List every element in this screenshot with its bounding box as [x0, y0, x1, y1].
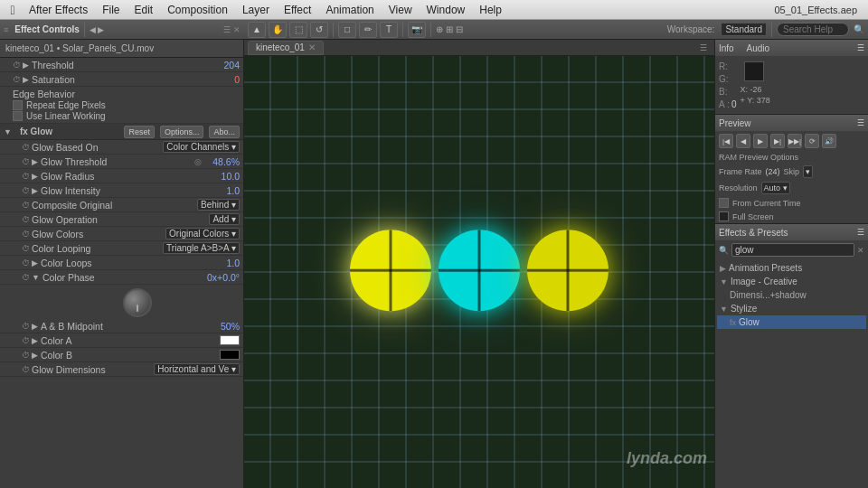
- glow-radius-value[interactable]: 10.0: [203, 171, 240, 182]
- menu-view[interactable]: View: [382, 2, 420, 18]
- text-tool[interactable]: T: [380, 22, 398, 38]
- color-looping-dropdown[interactable]: Triangle A>B>A ▾: [163, 242, 240, 254]
- glow-dimensions-dropdown[interactable]: Horizontal and Ve ▾: [154, 363, 240, 375]
- panel-menu-btn[interactable]: ☰: [223, 25, 231, 34]
- color-loops-value[interactable]: 1.0: [203, 258, 240, 268]
- threshold-value[interactable]: 204: [203, 60, 240, 70]
- glow-options-btn[interactable]: Options...: [160, 126, 204, 138]
- skip-first-frame-btn[interactable]: |◀: [719, 134, 733, 148]
- toolbar-nav-arrows[interactable]: ◀ ▶: [90, 25, 105, 34]
- preview-panel-menu[interactable]: ☰: [857, 118, 864, 127]
- glow-op-stopwatch[interactable]: ⏱: [22, 215, 30, 224]
- repeat-edge-checkbox[interactable]: [13, 100, 23, 110]
- threshold-triangle[interactable]: ▶: [23, 61, 29, 70]
- effects-stylize-folder[interactable]: ▼ Stylize: [717, 302, 866, 315]
- effects-dimension-shadow-item[interactable]: Dimensi...+shadow: [717, 288, 866, 302]
- search-help-input[interactable]: [777, 23, 849, 36]
- color-looping-stopwatch[interactable]: ⏱: [22, 244, 30, 253]
- comp-panel-menu[interactable]: ☰: [696, 43, 711, 52]
- composite-original-dropdown[interactable]: Behind ▾: [197, 199, 240, 211]
- effects-search-clear[interactable]: ✕: [857, 246, 864, 255]
- apple-menu[interactable]: : [4, 3, 22, 17]
- effects-glow-item[interactable]: fx Glow: [717, 315, 866, 329]
- menu-animation[interactable]: Animation: [318, 2, 381, 18]
- menu-file[interactable]: File: [95, 2, 127, 18]
- loop-btn[interactable]: ⟳: [805, 134, 819, 148]
- from-current-checkbox[interactable]: [719, 198, 729, 208]
- glow-threshold-value[interactable]: 48.6%: [203, 156, 240, 167]
- pen-tool[interactable]: ✏: [359, 22, 377, 38]
- color-loops-stopwatch[interactable]: ⏱: [22, 258, 30, 267]
- color-a-swatch[interactable]: [220, 335, 240, 345]
- glow-intensity-value[interactable]: 1.0: [203, 185, 240, 196]
- play-pause-btn[interactable]: ▶: [753, 134, 768, 148]
- effects-image-creative-folder[interactable]: ▼ Image - Creative: [717, 275, 866, 288]
- menu-layer[interactable]: Layer: [235, 2, 277, 18]
- audio-preview-btn[interactable]: 🔊: [822, 134, 836, 148]
- prev-frame-btn[interactable]: ◀: [736, 134, 750, 148]
- saturation-value[interactable]: 0: [203, 74, 240, 85]
- info-panel-menu[interactable]: ☰: [857, 43, 864, 52]
- effects-search-input[interactable]: [731, 243, 854, 257]
- menu-effect[interactable]: Effect: [277, 2, 318, 18]
- color-b-stopwatch[interactable]: ⏱: [22, 351, 30, 360]
- selection-tool[interactable]: ▲: [248, 22, 266, 38]
- color-phase-dial[interactable]: [123, 288, 152, 317]
- menu-after-effects[interactable]: After Effects: [22, 2, 95, 18]
- glow-radius-stopwatch[interactable]: ⏱: [22, 172, 30, 181]
- color-b-swatch[interactable]: [220, 350, 240, 360]
- glow-reset-btn[interactable]: Reset: [124, 126, 155, 138]
- glow-colors-dropdown[interactable]: Original Colors ▾: [165, 228, 240, 239]
- color-a-stopwatch[interactable]: ⏱: [22, 336, 30, 345]
- ram-preview-options[interactable]: RAM Preview Options: [715, 151, 868, 164]
- menu-help[interactable]: Help: [472, 2, 509, 18]
- info-tab-label[interactable]: Info: [719, 43, 734, 53]
- color-a-triangle[interactable]: ▶: [32, 336, 38, 345]
- color-phase-triangle[interactable]: ▼: [32, 273, 40, 282]
- rotate-tool[interactable]: ↺: [310, 22, 328, 38]
- glow-threshold-stopwatch[interactable]: ⏱: [22, 157, 30, 166]
- shape-tool[interactable]: □: [338, 22, 356, 38]
- glow-threshold-triangle[interactable]: ▶: [32, 157, 38, 166]
- color-phase-stopwatch[interactable]: ⏱: [22, 273, 30, 282]
- glow-intensity-triangle[interactable]: ▶: [32, 186, 38, 195]
- saturation-stopwatch[interactable]: ⏱: [13, 75, 21, 84]
- effects-panel-menu[interactable]: ☰: [857, 228, 864, 237]
- color-phase-value[interactable]: 0x+0.0°: [203, 272, 240, 283]
- color-loops-triangle[interactable]: ▶: [32, 258, 38, 267]
- glow-intensity-stopwatch[interactable]: ⏱: [22, 186, 30, 195]
- workspace-dropdown[interactable]: Standard: [721, 23, 767, 36]
- threshold-stopwatch[interactable]: ⏱: [13, 61, 21, 70]
- skip-last-frame-btn[interactable]: ▶▶|: [788, 134, 802, 148]
- glow-triangle[interactable]: ▼: [4, 127, 12, 136]
- linear-working-checkbox[interactable]: [13, 111, 23, 121]
- comp-tab-close[interactable]: ✕: [308, 42, 316, 52]
- glow-radius-triangle[interactable]: ▶: [32, 172, 38, 181]
- effects-animation-presets-folder[interactable]: ▶ Animation Presets: [717, 261, 866, 275]
- ab-midpoint-triangle[interactable]: ▶: [32, 322, 38, 331]
- glow-about-btn[interactable]: Abo...: [209, 126, 240, 138]
- glow-based-on-stopwatch[interactable]: ⏱: [22, 143, 30, 152]
- fullscreen-checkbox[interactable]: [719, 211, 729, 221]
- glow-colors-stopwatch[interactable]: ⏱: [22, 230, 30, 239]
- menu-edit[interactable]: Edit: [127, 2, 160, 18]
- glow-based-on-dropdown[interactable]: Color Channels ▾: [163, 141, 240, 153]
- panel-close-btn[interactable]: ✕: [233, 25, 241, 34]
- comp-tab-kineteco[interactable]: kineteco_01 ✕: [248, 41, 324, 55]
- skip-dropdown[interactable]: ▾: [803, 165, 813, 178]
- composite-stopwatch[interactable]: ⏱: [22, 201, 30, 210]
- menu-composition[interactable]: Composition: [160, 2, 235, 18]
- next-frame-btn[interactable]: ▶|: [770, 134, 785, 148]
- ab-midpoint-value[interactable]: 50%: [203, 321, 240, 332]
- audio-tab-label[interactable]: Audio: [747, 43, 770, 53]
- camera-tool[interactable]: 📷: [408, 22, 426, 38]
- hand-tool[interactable]: ✋: [269, 22, 287, 38]
- saturation-triangle[interactable]: ▶: [23, 75, 29, 84]
- resolution-dropdown[interactable]: Auto ▾: [761, 182, 790, 194]
- glow-operation-dropdown[interactable]: Add ▾: [209, 213, 240, 225]
- ab-midpoint-stopwatch[interactable]: ⏱: [22, 322, 30, 331]
- zoom-tool[interactable]: ⬚: [289, 22, 307, 38]
- color-b-triangle[interactable]: ▶: [32, 351, 38, 360]
- glow-dim-stopwatch[interactable]: ⏱: [22, 365, 30, 374]
- menu-window[interactable]: Window: [420, 2, 473, 18]
